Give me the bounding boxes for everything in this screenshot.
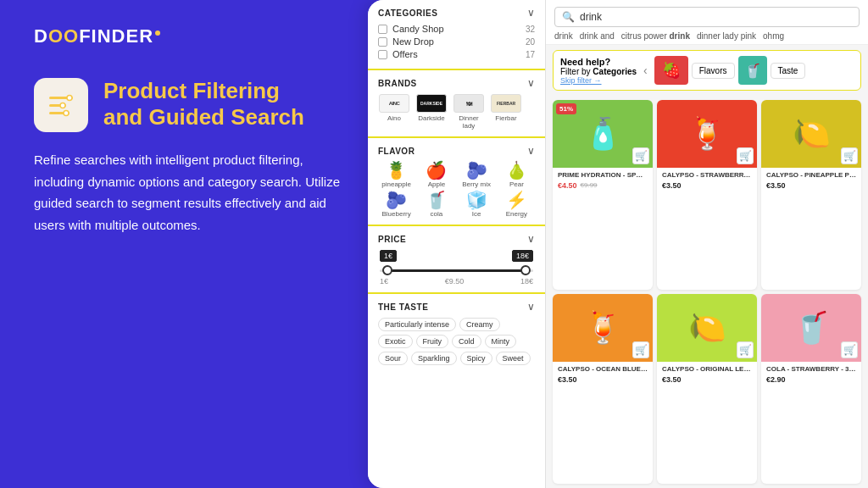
taste-tag[interactable]: Sour	[378, 352, 408, 365]
svg-point-5	[64, 111, 69, 116]
add-to-cart-button[interactable]: 🛒	[737, 147, 754, 164]
suggestion-citrus[interactable]: citrus power drink	[621, 31, 690, 41]
taste-tag[interactable]: Particularly intense	[378, 318, 456, 331]
logo: DOOFINDER	[34, 25, 348, 47]
product-image: 🍋 🛒	[657, 294, 757, 362]
slider-bg	[380, 269, 533, 272]
guided-skip-link[interactable]: Skip filter →	[560, 76, 637, 85]
guided-chip-teal[interactable]: 🥤	[738, 56, 767, 85]
flavor-item[interactable]: 🍐 Pear	[498, 162, 535, 188]
price-min-max: 1€ €9.50 18€	[380, 277, 533, 286]
logo-oo: OO	[48, 25, 79, 47]
feature-icon-box	[34, 78, 88, 132]
filter-icon	[46, 90, 76, 120]
product-price-row: €3.50	[662, 375, 752, 384]
brand-item[interactable]: FIERBAR Fierbar	[490, 94, 522, 130]
taste-header: THE TASTE ∨	[378, 301, 535, 313]
taste-tag[interactable]: Spicy	[460, 352, 492, 365]
brand-item[interactable]: DARKSIDE Darkside	[415, 94, 448, 130]
taste-tag[interactable]: Fruity	[416, 335, 449, 348]
brand-item[interactable]: AINC Aino	[378, 94, 410, 130]
product-card: 🧴 51% 🛒 PRIME HYDRATION - SPORTDRINK -..…	[553, 100, 653, 290]
flavor-grid: 🍍 pineapple 🍎 Apple 🫐 Berry mix 🍐 Pear	[378, 162, 535, 218]
suggestion-drinkand[interactable]: drink and	[580, 31, 615, 41]
add-to-cart-button[interactable]: 🛒	[632, 147, 649, 164]
search-input-value[interactable]: drink	[580, 11, 602, 23]
brand-logo: FIERBAR	[491, 94, 521, 113]
flavor-item[interactable]: 🥤 cola	[418, 191, 454, 218]
categories-chevron[interactable]: ∨	[527, 7, 535, 19]
guided-chip-taste[interactable]: Taste	[771, 63, 806, 79]
category-checkbox[interactable]	[378, 50, 387, 59]
add-to-cart-button[interactable]: 🛒	[841, 147, 858, 164]
product-badge: 51%	[556, 103, 576, 114]
guided-prev-chevron[interactable]: ‹	[643, 64, 648, 77]
category-item[interactable]: Candy Shop 32	[378, 24, 535, 34]
feature-description: Refine searches with intelligent product…	[34, 149, 348, 236]
categories-header: CATEGORIES ∨	[378, 7, 535, 19]
filter-sidebar: CATEGORIES ∨ Candy Shop 32 New Drop 20 O…	[368, 0, 546, 488]
guided-chips: 🍓 Flavors 🥤 Taste	[654, 56, 806, 85]
brands-title: BRANDS	[378, 79, 417, 88]
product-price-row: €2.90	[766, 375, 856, 384]
taste-tag[interactable]: Cold	[452, 335, 481, 348]
right-panel-inner: CATEGORIES ∨ Candy Shop 32 New Drop 20 O…	[368, 0, 868, 488]
brands-chevron[interactable]: ∨	[527, 77, 535, 89]
brand-item[interactable]: 🍽 Dinner lady	[453, 94, 485, 130]
taste-tag[interactable]: Creamy	[459, 318, 500, 331]
slider-track[interactable]	[380, 263, 533, 277]
add-to-cart-button[interactable]: 🛒	[841, 341, 858, 358]
category-item[interactable]: New Drop 20	[378, 36, 535, 47]
product-image: 🍹 🛒	[553, 294, 653, 362]
main-content: 🔍 drink drink drink and citrus power dri…	[546, 0, 868, 488]
add-to-cart-button[interactable]: 🛒	[737, 341, 754, 358]
price-slider[interactable]: 1€ 18€ 1€ €9.50 18€	[378, 250, 535, 286]
flavor-item[interactable]: 🫐 Blueberry	[378, 191, 415, 218]
taste-chevron[interactable]: ∨	[527, 301, 535, 313]
feature-title-line2: and Guided Search	[103, 104, 304, 130]
guided-chip-red[interactable]: 🍓	[654, 56, 688, 85]
product-info: CALYPSO - STRAWBERRY LEMONADE... €3.50	[657, 168, 757, 194]
category-checkbox[interactable]	[378, 25, 387, 34]
product-info: CALYPSO - OCEAN BLUE LEMONADE -... €3.50	[553, 362, 653, 388]
flavor-chevron[interactable]: ∨	[527, 145, 535, 157]
product-image: 🧴 51% 🛒	[553, 100, 653, 168]
guided-filter-by: Categories	[593, 67, 637, 76]
price-chevron[interactable]: ∨	[527, 233, 535, 245]
suggestion-dinner[interactable]: dinner lady pink	[697, 31, 756, 41]
flavor-item[interactable]: 🧊 Ice	[459, 191, 495, 218]
guided-help: Need help? Filter by Categories Skip fil…	[560, 57, 637, 85]
flavor-item[interactable]: 🫐 Berry mix	[459, 162, 495, 188]
suggestion-drink[interactable]: drink	[554, 31, 573, 41]
product-info: PRIME HYDRATION - SPORTDRINK -... €4.50 …	[553, 168, 653, 194]
categories-title: CATEGORIES	[378, 8, 437, 18]
taste-tag[interactable]: Minty	[485, 335, 517, 348]
slider-thumb-right[interactable]	[520, 265, 531, 275]
flavor-item[interactable]: 🍍 pineapple	[378, 162, 415, 188]
product-info: COLA - STRAWBERRY - 336 ML €2.90	[761, 362, 861, 388]
category-item[interactable]: Offers 17	[378, 49, 535, 59]
flavor-header: FLAVOR ∨	[378, 145, 535, 157]
suggestion-ohmg[interactable]: ohmg	[763, 31, 784, 41]
brand-logo: DARKSIDE	[416, 94, 447, 113]
taste-tag[interactable]: Exotic	[378, 335, 413, 348]
guided-chip-flavors[interactable]: Flavors	[692, 63, 735, 79]
taste-tag[interactable]: Sparkling	[411, 352, 457, 365]
brand-logo: 🍽	[453, 94, 484, 113]
left-panel: DOOFINDER Product Filtering and Guided S…	[0, 0, 381, 488]
svg-point-4	[60, 103, 65, 108]
categories-section: CATEGORIES ∨ Candy Shop 32 New Drop 20 O…	[368, 0, 545, 70]
flavor-item[interactable]: ⚡ Energy	[498, 191, 535, 218]
taste-title: THE TASTE	[378, 302, 428, 312]
brands-grid: AINC Aino DARKSIDE Darkside 🍽 Dinner lad…	[378, 94, 535, 130]
flavor-item[interactable]: 🍎 Apple	[418, 162, 454, 188]
brands-header: BRANDS ∨	[378, 77, 535, 89]
taste-tag[interactable]: Sweet	[496, 352, 531, 365]
search-input-row[interactable]: 🔍 drink	[554, 7, 860, 27]
slider-thumb-left[interactable]	[382, 265, 392, 275]
taste-tags: Particularly intense Creamy Exotic Fruit…	[378, 318, 535, 365]
right-panel: CATEGORIES ∨ Candy Shop 32 New Drop 20 O…	[368, 0, 868, 488]
add-to-cart-button[interactable]: 🛒	[632, 341, 649, 358]
product-info: CALYPSO - PINEAPPLE PEACH... €3.50	[761, 168, 861, 194]
category-checkbox[interactable]	[378, 37, 387, 47]
